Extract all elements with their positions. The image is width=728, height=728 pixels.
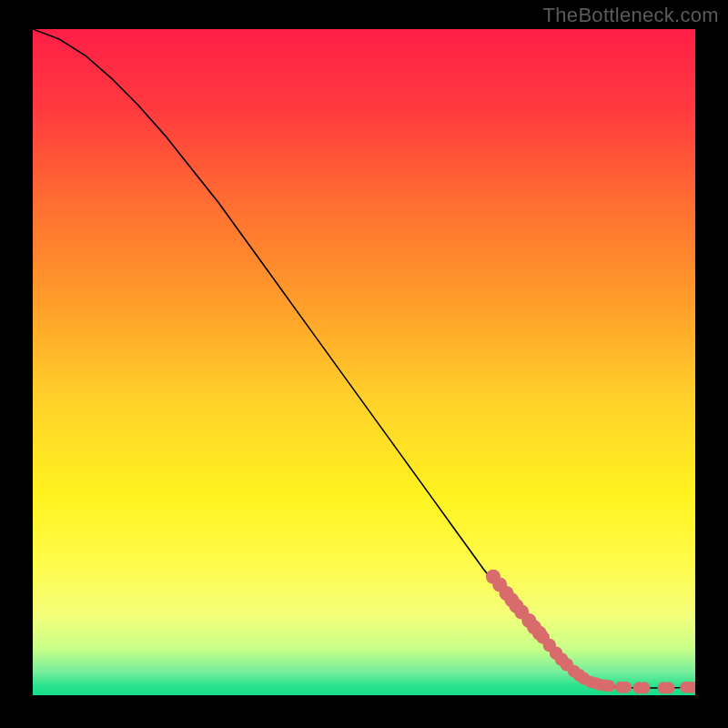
gradient-background: [33, 29, 695, 695]
marker-point: [638, 682, 650, 693]
chart-frame: TheBottleneck.com: [0, 0, 728, 728]
marker-point: [603, 680, 615, 692]
chart-svg: [33, 29, 695, 695]
chart-plot-area: [33, 29, 695, 695]
marker-point: [662, 682, 674, 693]
marker-point: [620, 682, 632, 693]
watermark-text: TheBottleneck.com: [543, 4, 719, 27]
